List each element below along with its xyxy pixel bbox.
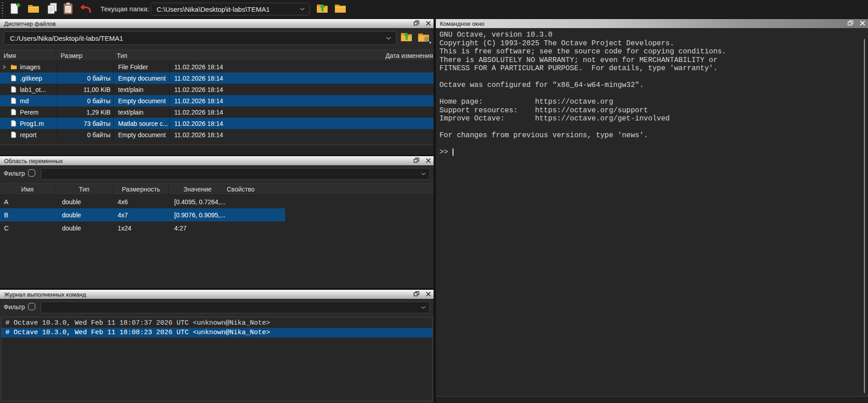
- terminal-prompt-line[interactable]: >>: [439, 148, 868, 157]
- terminal-line: [439, 90, 868, 98]
- variable-dims-cell: 1x24: [114, 221, 172, 235]
- terminal-line: Home page: https://octave.org: [439, 98, 868, 106]
- file-row[interactable]: Prog1.m 73 байты Matlab source c... 11.0…: [0, 118, 434, 129]
- browser-actions-button[interactable]: ⚙ ▾: [415, 30, 432, 45]
- panel-title: Командное окно: [440, 20, 484, 27]
- prompt-symbol: >>: [439, 148, 448, 156]
- file-size-cell: 73 байты: [57, 118, 114, 129]
- filter-combo[interactable]: [41, 168, 430, 180]
- column-header[interactable]: Тип: [55, 184, 114, 195]
- history-titlebar: Журнал выполненных команд: [0, 290, 434, 299]
- file-row[interactable]: md 0 байты Empty document 11.02.2026 18:…: [0, 95, 434, 106]
- undock-button[interactable]: [848, 20, 854, 27]
- undo-button[interactable]: [79, 2, 93, 16]
- terminal-line: [439, 140, 868, 149]
- file-name: images: [20, 63, 40, 71]
- chevron-down-icon: [421, 306, 426, 309]
- close-button[interactable]: [426, 20, 431, 27]
- file-row[interactable]: images File Folder 11.02.2026 18:14: [0, 61, 434, 72]
- filter-combo[interactable]: [41, 302, 430, 313]
- variable-name-cell: C: [0, 221, 58, 235]
- terminal-line: Copyright (C) 1993-2025 The Octave Proje…: [439, 39, 868, 48]
- chevron-down-icon: [421, 172, 426, 176]
- variable-row[interactable]: A double 4x6 [0.4095, 0.7264,...: [0, 195, 285, 208]
- close-button[interactable]: [426, 158, 431, 164]
- variable-name-cell: B: [0, 208, 58, 221]
- close-button[interactable]: [860, 20, 865, 27]
- variable-value-cell: [0.9076, 0.9095,...: [172, 208, 227, 221]
- close-icon: [860, 20, 865, 27]
- file-date-cell: 11.02.2026 18:14: [170, 61, 434, 72]
- open-file-button[interactable]: [26, 2, 41, 16]
- file-size-cell: 11,00 KiB: [57, 84, 114, 95]
- toolbar-drag-handle[interactable]: [2, 2, 3, 16]
- file-size-cell: 0 байты: [57, 72, 114, 84]
- file-name: Prog1.m: [20, 120, 44, 127]
- file-type-cell: text/plain: [114, 106, 170, 118]
- new-script-button[interactable]: [7, 2, 22, 16]
- command-window-panel: Командное окно GNU Octave, version 10.3.…: [436, 19, 868, 403]
- expand-arrow-icon[interactable]: [3, 65, 7, 69]
- undock-button[interactable]: [414, 20, 420, 27]
- chevron-down-icon: [386, 36, 391, 40]
- terminal-line: For changes from previous versions, type…: [439, 131, 868, 140]
- filter-checkbox[interactable]: [28, 303, 35, 310]
- file-size-cell: [57, 61, 114, 72]
- variable-row[interactable]: C double 1x24 4:27: [0, 221, 285, 235]
- history-entry[interactable]: # Octave 10.3.0, Wed Feb 11 18:08:23 202…: [1, 328, 432, 337]
- folder-actions-icon: ⚙ ▾: [417, 32, 430, 43]
- vertical-scrollbar[interactable]: [864, 39, 865, 393]
- history-entry[interactable]: # Octave 10.3.0, Wed Feb 11 18:07:37 202…: [1, 318, 432, 328]
- column-header[interactable]: Свойство: [227, 184, 255, 195]
- folder-icon: [10, 64, 18, 70]
- file-date-cell: 11.02.2026 18:14: [170, 84, 434, 95]
- terminal-output[interactable]: GNU Octave, version 10.3.0Copyright (C) …: [436, 28, 868, 397]
- column-header[interactable]: Значение: [169, 184, 227, 195]
- column-header[interactable]: Имя: [0, 50, 56, 61]
- column-header[interactable]: Тип: [112, 50, 386, 61]
- file-browser-panel: Диспетчер файлов C:/Users/Nika/Desktop/i…: [0, 19, 434, 155]
- file-icon: [10, 97, 18, 104]
- variable-attr-cell: [227, 208, 285, 221]
- filter-label: Фильтр: [4, 170, 25, 177]
- history-list: # Octave 10.3.0, Wed Feb 11 18:07:37 202…: [1, 317, 433, 401]
- variable-value-cell: 4:27: [172, 221, 227, 235]
- file-row[interactable]: .gitkeep 0 байты Empty document 11.02.20…: [0, 72, 434, 84]
- file-name-cell: .gitkeep: [0, 72, 57, 84]
- browse-directories-button[interactable]: [333, 2, 348, 16]
- dropdown-arrow-icon: ▾: [429, 40, 431, 45]
- command-history-panel: Журнал выполненных команд Фильтр # Octav…: [0, 290, 434, 403]
- filter-checkbox[interactable]: [28, 169, 35, 177]
- file-row[interactable]: report 0 байты Empty document 11.02.2026…: [0, 129, 434, 140]
- terminal-line: Improve Octave: https://octave.org/get-i…: [439, 115, 868, 123]
- variable-row[interactable]: B double 4x7 [0.9076, 0.9095,...: [0, 208, 285, 221]
- column-header[interactable]: Имя: [0, 184, 55, 195]
- close-button[interactable]: [426, 291, 431, 298]
- close-icon: [426, 291, 431, 298]
- current-folder-combo[interactable]: C:\Users\Nika\Desktop\it-labs\TEMA1: [151, 3, 310, 15]
- browser-path-combo[interactable]: C:/Users/Nika/Desktop/it-labs/TEMA1: [4, 31, 396, 45]
- undock-icon: [414, 20, 420, 27]
- column-header[interactable]: Размер: [56, 50, 112, 61]
- folder-icon: [334, 3, 347, 16]
- file-size-cell: 0 байты: [57, 95, 114, 106]
- file-row[interactable]: lab1_ot... 11,00 KiB text/plain 11.02.20…: [0, 84, 434, 95]
- paste-button[interactable]: [61, 2, 75, 16]
- variable-dims-cell: 4x7: [114, 208, 172, 221]
- copy-button[interactable]: [45, 2, 60, 16]
- column-header[interactable]: Размерность: [114, 184, 169, 195]
- undock-button[interactable]: [414, 158, 420, 164]
- file-name-cell: Prog1.m: [0, 118, 57, 129]
- variable-attr-cell: [227, 221, 285, 235]
- file-row[interactable]: Perem 1,29 KiB text/plain 11.02.2026 18:…: [0, 106, 434, 118]
- column-header[interactable]: Дата изменения: [386, 50, 434, 61]
- workspace-filter-row: Фильтр: [0, 166, 434, 182]
- workspace-table-header: ИмяТипРазмерностьЗначениеСвойство: [0, 183, 434, 195]
- browser-directory-up-button[interactable]: [398, 30, 415, 45]
- file-icon: [10, 131, 18, 138]
- file-table-body: images File Folder 11.02.2026 18:14 .git…: [0, 61, 434, 140]
- directory-up-button[interactable]: [315, 2, 329, 16]
- undock-button[interactable]: [414, 291, 420, 298]
- browser-path: C:/Users/Nika/Desktop/it-labs/TEMA1: [10, 34, 123, 42]
- panel-title: Диспетчер файлов: [4, 20, 56, 27]
